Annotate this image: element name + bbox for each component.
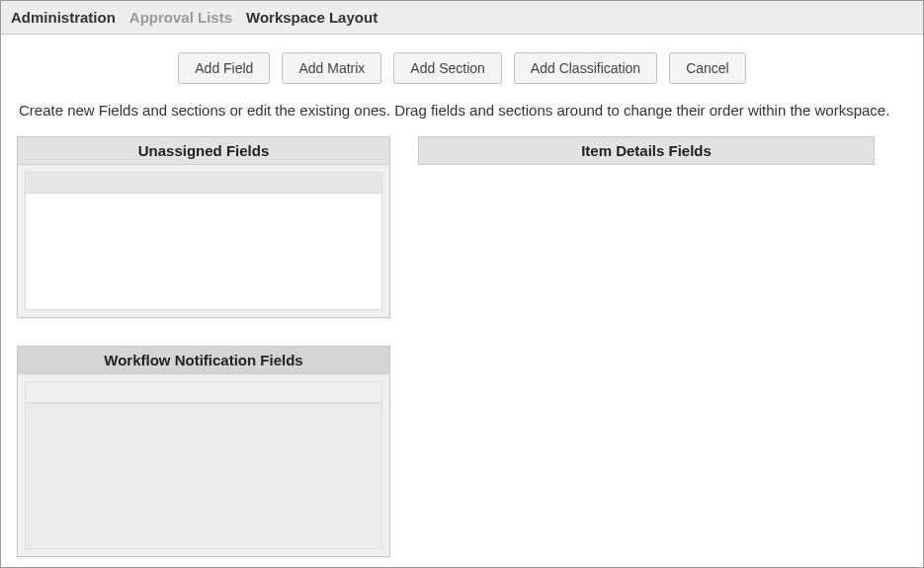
cancel-button[interactable]: Cancel bbox=[669, 52, 746, 84]
unassigned-strip[interactable] bbox=[25, 172, 382, 194]
workflow-notification-header: Workflow Notification Fields bbox=[18, 347, 389, 374]
breadcrumb-bar: Administration Approval Lists Workspace … bbox=[1, 1, 923, 35]
left-column: Unassigned Fields Workflow Notification … bbox=[17, 136, 390, 557]
unassigned-fields-panel[interactable]: Unassigned Fields bbox=[17, 136, 390, 318]
workflow-notification-body[interactable] bbox=[18, 374, 389, 556]
workflow-notification-panel[interactable]: Workflow Notification Fields bbox=[17, 346, 390, 557]
item-details-panel[interactable]: Item Details Fields bbox=[418, 136, 875, 165]
add-classification-button[interactable]: Add Classification bbox=[514, 52, 657, 84]
unassigned-drop-area[interactable] bbox=[25, 194, 382, 310]
unassigned-fields-header: Unassigned Fields bbox=[18, 137, 389, 165]
add-field-button[interactable]: Add Field bbox=[178, 52, 270, 84]
add-matrix-button[interactable]: Add Matrix bbox=[282, 52, 381, 84]
toolbar: Add Field Add Matrix Add Section Add Cla… bbox=[1, 35, 923, 98]
add-section-button[interactable]: Add Section bbox=[393, 52, 502, 84]
workspace-area: Unassigned Fields Workflow Notification … bbox=[1, 136, 923, 557]
breadcrumb-approval-lists[interactable]: Approval Lists bbox=[129, 9, 232, 26]
breadcrumb-administration[interactable]: Administration bbox=[11, 9, 116, 26]
breadcrumb-workspace-layout: Workspace Layout bbox=[246, 9, 378, 26]
item-details-header: Item Details Fields bbox=[419, 137, 874, 164]
instruction-text: Create new Fields and sections or edit t… bbox=[1, 98, 923, 136]
unassigned-fields-body[interactable] bbox=[18, 165, 389, 317]
right-column: Item Details Fields bbox=[418, 136, 875, 165]
workflow-strip[interactable] bbox=[25, 381, 382, 403]
workflow-drop-area[interactable] bbox=[25, 403, 382, 549]
